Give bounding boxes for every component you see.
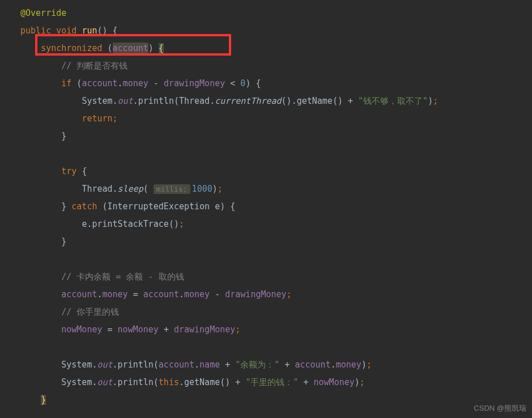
code-line: // 判断是否有钱 <box>0 57 532 75</box>
code-editor[interactable]: @Override public void run() { synchroniz… <box>0 0 532 409</box>
code-line: return; <box>0 110 532 128</box>
code-line <box>0 339 532 356</box>
code-line: synchronized (account) { <box>0 40 532 57</box>
code-line: Thread.sleep( millis:1000); <box>0 180 532 198</box>
code-line: account.money = account.money - drawingM… <box>0 286 532 303</box>
code-line: public void run() { <box>0 22 532 40</box>
code-line: } catch (InterruptedException e) { <box>0 198 532 216</box>
synchronized-target: account <box>113 43 148 54</box>
code-line: System.out.println(this.getName() + "手里的… <box>0 374 532 391</box>
code-line: } <box>0 128 532 145</box>
closing-brace-highlight: } <box>41 395 46 405</box>
code-line: e.printStackTrace(); <box>0 216 532 233</box>
annotation: @Override <box>20 8 66 18</box>
code-line: System.out.println(account.name + "余额为："… <box>0 356 532 374</box>
code-line: // 你手里的钱 <box>0 303 532 321</box>
watermark: CSDN @熊凯瑞 <box>474 403 526 413</box>
code-line: @Override <box>0 5 532 22</box>
code-line: } <box>0 391 532 409</box>
code-line: } <box>0 233 532 251</box>
code-line: try { <box>0 163 532 180</box>
code-line: // 卡内余额 = 余额 - 取的钱 <box>0 268 532 286</box>
code-line: System.out.println(Thread.currentThread(… <box>0 92 532 110</box>
code-line: if (account.money - drawingMoney < 0) { <box>0 75 532 92</box>
parameter-hint: millis: <box>154 184 190 194</box>
code-line <box>0 251 532 268</box>
code-line: nowMoney = nowMoney + drawingMoney; <box>0 321 532 339</box>
code-line <box>0 145 532 163</box>
